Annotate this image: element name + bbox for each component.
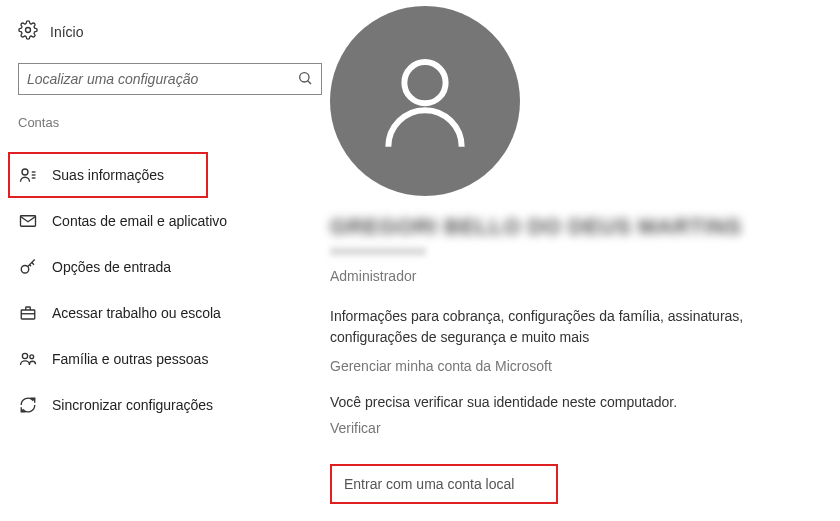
search-input[interactable] xyxy=(27,71,297,87)
user-name: GREGORI BELLO DO DEUS MARTINS xyxy=(330,214,840,240)
sidebar-item-your-info[interactable]: Suas informações xyxy=(8,152,208,198)
search-icon xyxy=(297,70,313,89)
svg-point-3 xyxy=(22,169,28,175)
svg-rect-9 xyxy=(21,310,35,319)
home-label: Início xyxy=(50,24,83,40)
local-account-link[interactable]: Entrar com uma conta local xyxy=(330,464,558,504)
svg-point-0 xyxy=(26,28,31,33)
svg-point-12 xyxy=(30,355,34,359)
search-input-container[interactable] xyxy=(18,63,322,95)
verify-link[interactable]: Verificar xyxy=(330,420,840,436)
avatar xyxy=(330,6,520,196)
info-text: Informações para cobrança, configurações… xyxy=(330,306,770,348)
sidebar-item-email-accounts[interactable]: Contas de email e aplicativo xyxy=(18,198,330,244)
sidebar-item-label: Família e outras pessoas xyxy=(52,351,208,367)
sidebar-item-label: Suas informações xyxy=(52,167,164,183)
user-role: Administrador xyxy=(330,268,840,284)
sidebar-item-work-school[interactable]: Acessar trabalho ou escola xyxy=(18,290,330,336)
svg-point-1 xyxy=(300,72,309,81)
sidebar-item-label: Opções de entrada xyxy=(52,259,171,275)
svg-point-11 xyxy=(22,353,27,358)
section-title: Contas xyxy=(18,115,330,130)
manage-account-link[interactable]: Gerenciar minha conta da Microsoft xyxy=(330,358,840,374)
user-detail-icon xyxy=(18,165,38,185)
sidebar-item-sync[interactable]: Sincronizar configurações xyxy=(18,382,330,428)
verify-prompt: Você precisa verificar sua identidade ne… xyxy=(330,394,840,410)
sidebar-item-label: Acessar trabalho ou escola xyxy=(52,305,221,321)
key-icon xyxy=(18,257,38,277)
sidebar-item-signin-options[interactable]: Opções de entrada xyxy=(18,244,330,290)
user-email: xxxxxxxxxxxxxxxx xyxy=(330,244,840,258)
sidebar-item-label: Contas de email e aplicativo xyxy=(52,213,227,229)
svg-point-13 xyxy=(404,62,445,103)
svg-line-2 xyxy=(308,80,311,83)
home-link[interactable]: Início xyxy=(18,20,330,43)
mail-icon xyxy=(18,211,38,231)
briefcase-icon xyxy=(18,303,38,323)
sidebar-item-family[interactable]: Família e outras pessoas xyxy=(18,336,330,382)
people-icon xyxy=(18,349,38,369)
sidebar-item-label: Sincronizar configurações xyxy=(52,397,213,413)
sync-icon xyxy=(18,395,38,415)
gear-icon xyxy=(18,20,38,43)
